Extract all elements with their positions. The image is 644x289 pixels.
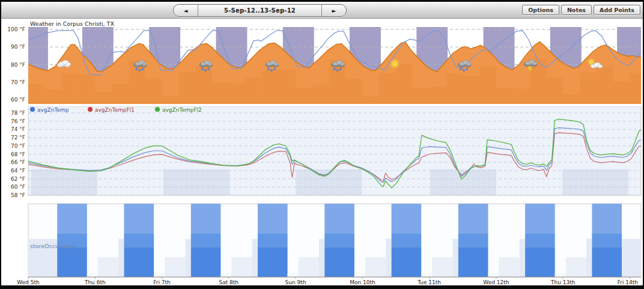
occupancy-bar-mid [186,239,191,277]
y-axis-label: 74 °F [11,126,25,132]
weather-icon-sunny [390,59,399,68]
temp-column [79,75,96,104]
prev-arrow-icon: ◄ [184,8,188,14]
date-range-picker: ◄ 5-Sep-12..13-Sep-12 ► [173,4,347,17]
temp-column [479,66,496,104]
occupancy-bar-none [87,273,98,277]
temp-column [463,76,479,104]
temp-column [296,88,312,104]
temp-column [195,65,212,104]
occupancy-chart[interactable]: storeOccupancyWed 5thThu 6thFri 7thSat 8… [6,201,642,286]
temp-column [312,84,329,104]
occupancy-bar-none [288,273,299,277]
legend-item-avgZnTempFl2[interactable]: avgZnTempFl2 [155,107,202,113]
x-axis-label: Wed 5th [17,279,39,285]
x-axis-label: Tue 11th [417,279,441,285]
x-axis-label: Mon 10th [350,279,375,285]
zone-temp-chart[interactable]: 78 °F76 °F74 °F72 °F70 °F68 °F66 °F64 °F… [6,106,642,200]
occupancy-bar-high [525,204,555,277]
legend-item-avgZnTempFl1[interactable]: avgZnTempFl1 [88,107,135,113]
prev-date-button[interactable]: ◄ [174,5,198,16]
y-axis-label: 76 °F [11,118,25,124]
temp-column [362,96,379,104]
occupancy-bar-low [499,257,520,277]
app-window: ◄ 5-Sep-12..13-Sep-12 ► Options Notes Ad… [0,0,644,289]
occupancy-bar-none [555,273,566,277]
temp-column [597,67,613,104]
occupancy-bar-none [488,273,499,277]
y-axis-label: 66 °F [11,159,25,165]
zone-day-band [562,169,628,195]
occupancy-bar-mid [118,239,124,277]
toolbar: ◄ 5-Sep-12..13-Sep-12 ► Options Notes Ad… [1,2,643,19]
temp-column [346,79,363,105]
y-axis-label: 70 °F [11,79,25,85]
occupancy-bar-low [365,257,386,277]
occupancy-bar-high [124,204,154,277]
x-axis-label: Wed 12th [483,279,509,285]
occupancy-bar-high [191,204,221,277]
zone-day-band [163,169,229,195]
occupancy-bar-low [432,257,452,277]
temp-column [630,73,642,104]
temp-column [513,89,530,105]
temp-column [379,73,396,104]
occupancy-bar-mid [520,239,525,277]
x-axis-label: Thu 6th [84,279,106,285]
y-axis-label: 80 °F [11,62,25,68]
occupancy-bar-low [98,257,118,277]
occupancy-bar-mid [622,239,641,277]
temp-column [45,89,62,104]
temp-column [496,88,513,104]
add-points-button[interactable]: Add Points [594,5,640,15]
temp-column [446,74,463,104]
occupancy-bar-high [324,204,354,277]
occupancy-bar-mid [252,239,258,277]
temp-column [212,83,229,104]
date-range-label[interactable]: 5-Sep-12..13-Sep-12 [198,5,321,16]
zone-day-band [31,169,97,195]
occupancy-bar-mid [453,239,458,277]
occupancy-series-label: storeOccupancy [30,243,76,249]
occupancy-bar-low [165,257,185,277]
temp-column [263,71,279,105]
x-axis-label: Fri 7th [153,279,171,285]
occupancy-bar-low [232,257,252,277]
y-axis-label: 72 °F [11,135,25,141]
occupancy-bar-none [154,273,165,277]
occupancy-bar-low [299,257,319,277]
temp-column [112,84,129,104]
y-axis-label: 64 °F [11,168,25,174]
temp-column [178,71,195,104]
toolbar-buttons: Options Notes Add Points [522,5,640,15]
occupancy-bar-mid [319,239,324,277]
y-axis-label: 60 °F [11,97,25,103]
y-axis-label: 68 °F [11,151,25,157]
weather-chart[interactable]: 100 °F90 °F80 °F70 °F60 °FWeather in Cor… [6,20,642,106]
options-button[interactable]: Options [522,5,559,15]
next-date-button[interactable]: ► [321,5,346,16]
y-axis-label: 60 °F [11,184,25,190]
temp-column [580,72,597,104]
occupancy-bar-high [258,204,288,277]
temp-column [162,96,179,105]
y-axis-label: 62 °F [11,176,25,182]
temp-column [430,87,446,104]
zone-day-band [430,169,496,195]
temp-column [229,84,246,104]
occupancy-bar-none [421,273,432,277]
legend-label: avgZnTempFl1 [95,107,135,113]
occupancy-bar-high [392,204,422,277]
weather-chart-title: Weather in Corpus Christi, TX [30,20,114,27]
x-axis-label: Sun 9th [285,279,306,285]
legend-label: avgZnTemp [37,107,69,113]
y-axis-label: 58 °F [11,192,25,198]
temp-column [396,64,413,104]
x-axis-label: Thu 13th [550,279,575,285]
temp-column [563,94,580,104]
legend-label: avgZnTempFl2 [162,107,202,113]
y-axis-label: 90 °F [11,44,25,50]
x-axis-label: Fri 14th [618,279,638,285]
y-axis-label: 100 °F [7,26,25,32]
notes-button[interactable]: Notes [561,5,592,15]
